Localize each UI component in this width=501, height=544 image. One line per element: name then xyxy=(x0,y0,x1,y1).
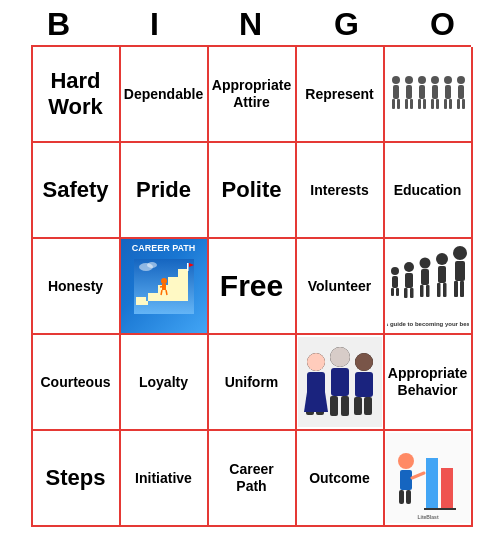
svg-rect-23 xyxy=(462,99,465,109)
svg-rect-57 xyxy=(455,261,465,281)
cell-text: Outcome xyxy=(309,470,370,487)
letter-g: G xyxy=(303,6,391,43)
svg-rect-36 xyxy=(187,263,189,271)
svg-point-52 xyxy=(436,253,448,265)
cell-3-0: Courteous xyxy=(33,335,121,431)
svg-rect-30 xyxy=(178,269,188,301)
svg-point-77 xyxy=(355,353,373,371)
svg-rect-50 xyxy=(420,285,424,297)
svg-rect-80 xyxy=(441,468,453,508)
cell-text: Uniform xyxy=(225,374,279,391)
svg-rect-19 xyxy=(449,99,452,109)
career-path-image: CAREER PATH xyxy=(121,239,207,333)
cell-3-1: Loyalty xyxy=(121,335,209,431)
svg-rect-2 xyxy=(392,99,395,109)
cell-0-4 xyxy=(385,47,473,143)
letter-b: B xyxy=(15,6,103,43)
svg-rect-42 xyxy=(391,288,394,296)
svg-rect-22 xyxy=(457,99,460,109)
svg-rect-81 xyxy=(424,508,456,510)
cell-4-2: Career Path xyxy=(209,431,297,527)
svg-rect-83 xyxy=(400,470,412,490)
svg-point-44 xyxy=(404,262,414,272)
svg-rect-29 xyxy=(168,277,178,301)
svg-point-82 xyxy=(398,453,414,469)
cell-text: Loyalty xyxy=(139,374,188,391)
svg-rect-49 xyxy=(421,269,429,285)
cell-1-3: Interests xyxy=(297,143,385,239)
cell-3-2: Uniform xyxy=(209,335,297,431)
svg-point-48 xyxy=(419,258,430,269)
cell-text: Safety xyxy=(42,177,108,203)
cell-text: Hard Work xyxy=(37,68,115,121)
svg-rect-13 xyxy=(432,85,438,99)
svg-rect-54 xyxy=(437,283,441,297)
cell-text: Education xyxy=(394,182,462,199)
svg-rect-11 xyxy=(423,99,426,109)
svg-point-75 xyxy=(307,353,325,371)
svg-rect-17 xyxy=(445,85,451,99)
svg-rect-6 xyxy=(405,99,408,109)
cell-1-1: Pride xyxy=(121,143,209,239)
cell-text: Appropriate Attire xyxy=(212,77,291,111)
cell-text: Career Path xyxy=(213,461,291,495)
svg-point-16 xyxy=(444,76,452,84)
bingo-header: B I N G O xyxy=(11,0,491,45)
svg-rect-3 xyxy=(397,99,400,109)
cell-3-4: Appropriate Behavior xyxy=(385,335,473,431)
svg-line-34 xyxy=(161,290,162,295)
cell-text: Interests xyxy=(310,182,368,199)
svg-rect-7 xyxy=(410,99,413,109)
svg-rect-85 xyxy=(406,490,411,504)
outcome-chart-icon: LiteBlast xyxy=(386,433,470,523)
svg-rect-1 xyxy=(393,85,399,99)
svg-rect-73 xyxy=(354,397,362,415)
svg-point-76 xyxy=(330,347,350,367)
people-row-icon xyxy=(389,66,467,122)
svg-rect-47 xyxy=(410,288,414,298)
cell-3-3 xyxy=(297,335,385,431)
svg-rect-84 xyxy=(399,490,404,504)
cell-0-1: Dependable xyxy=(121,47,209,143)
svg-point-40 xyxy=(391,267,399,275)
cell-text: Dependable xyxy=(124,86,203,103)
cell-0-0: Hard Work xyxy=(33,47,121,143)
svg-rect-53 xyxy=(438,266,446,283)
svg-rect-18 xyxy=(444,99,447,109)
svg-rect-15 xyxy=(436,99,439,109)
svg-rect-5 xyxy=(406,85,412,99)
business-group-icon xyxy=(298,337,382,427)
cell-text: Honesty xyxy=(48,278,103,295)
svg-rect-9 xyxy=(419,85,425,99)
svg-rect-55 xyxy=(443,283,447,297)
bingo-grid: Hard Work Dependable Appropriate Attire … xyxy=(31,45,471,527)
svg-rect-59 xyxy=(460,281,464,297)
cell-text: Volunteer xyxy=(308,278,372,295)
svg-rect-74 xyxy=(364,397,372,415)
svg-rect-26 xyxy=(136,297,146,301)
svg-rect-43 xyxy=(396,288,399,296)
cell-1-2: Polite xyxy=(209,143,297,239)
cell-text: Courteous xyxy=(41,374,111,391)
letter-o: O xyxy=(399,6,487,43)
svg-marker-66 xyxy=(304,392,328,412)
cell-0-2: Appropriate Attire xyxy=(209,47,297,143)
svg-rect-27 xyxy=(148,293,158,301)
cell-0-3: Represent xyxy=(297,47,385,143)
cell-2-4: A guide to becoming your best xyxy=(385,239,473,335)
cell-4-1: Initiative xyxy=(121,431,209,527)
cell-text: Polite xyxy=(222,177,282,203)
svg-rect-69 xyxy=(330,396,338,416)
svg-point-39 xyxy=(147,262,157,268)
cell-text: Free xyxy=(220,268,283,304)
svg-point-12 xyxy=(431,76,439,84)
cell-1-4: Education xyxy=(385,143,473,239)
cell-2-2: Free xyxy=(209,239,297,335)
svg-line-35 xyxy=(166,290,167,295)
svg-rect-79 xyxy=(426,458,438,508)
cell-4-0: Steps xyxy=(33,431,121,527)
cell-1-0: Safety xyxy=(33,143,121,239)
cell-2-3: Volunteer xyxy=(297,239,385,335)
cell-text: Appropriate Behavior xyxy=(388,365,467,399)
cell-2-0: Honesty xyxy=(33,239,121,335)
